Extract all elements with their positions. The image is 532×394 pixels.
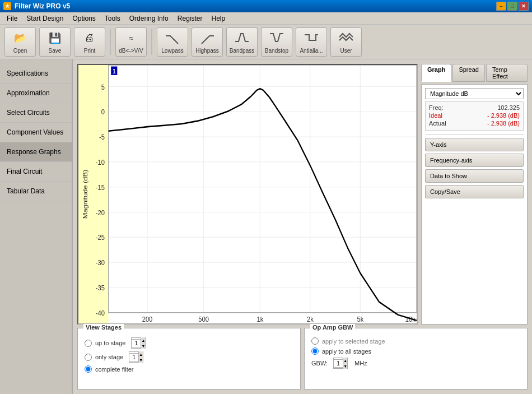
apply-selected-stage-radio[interactable]	[311, 337, 319, 345]
sidebar-item-component-values[interactable]: Component Values	[0, 123, 72, 142]
spinner-2-down[interactable]: ▼	[139, 357, 143, 363]
up-to-stage-row: up to stage 1 ▲ ▼	[85, 337, 293, 349]
op-amp-gbw-title: Op Amp GBW	[310, 324, 355, 331]
toolbar-save[interactable]: 💾 Save	[39, 27, 71, 57]
title-bar: ★ Filter Wiz PRO v5 – □ ✕	[0, 0, 532, 12]
sidebar-item-tabular-data[interactable]: Tabular Data	[0, 182, 72, 201]
tab-graph[interactable]: Graph	[421, 64, 451, 82]
svg-text:500: 500	[198, 316, 209, 323]
minimize-button[interactable]: –	[496, 2, 506, 11]
user-filter-icon	[338, 30, 354, 46]
complete-filter-label: complete filter	[95, 366, 133, 373]
spinner-1-up[interactable]: ▲	[141, 337, 145, 343]
gbw-spinner-down[interactable]: ▼	[343, 363, 347, 369]
menu-help[interactable]: Help	[207, 13, 230, 24]
window-controls: – □ ✕	[496, 2, 529, 11]
graph-type-dropdown[interactable]: Magnitude dB	[425, 88, 524, 99]
frequency-axis-button[interactable]: Frequency-axis	[425, 154, 524, 167]
sidebar-item-response-graphs[interactable]: Response Graphs	[0, 142, 72, 162]
toolbar-db-vv-label: dB<->V/V	[119, 48, 143, 54]
close-button[interactable]: ✕	[519, 2, 529, 11]
svg-text:2k: 2k	[307, 316, 314, 323]
toolbar-db-vv[interactable]: ≈ dB<->V/V	[115, 27, 147, 57]
svg-text:1k: 1k	[256, 316, 264, 323]
svg-text:-25: -25	[96, 234, 105, 242]
sidebar-item-specifications[interactable]: Specifications	[0, 64, 72, 84]
open-icon: 📂	[12, 30, 28, 46]
menu-start-design[interactable]: Start Design	[22, 13, 68, 24]
sidebar-item-approximation[interactable]: Approximation	[0, 84, 72, 103]
highpass-icon	[199, 30, 215, 46]
spinner-1-down[interactable]: ▼	[141, 343, 145, 349]
menu-ordering-info[interactable]: Ordering Info	[125, 13, 173, 24]
svg-text:-15: -15	[96, 183, 105, 192]
apply-all-stages-row: apply to all stages	[311, 347, 520, 355]
graph-type-row: Magnitude dB	[425, 88, 524, 99]
toolbar-highpass[interactable]: Highpass	[192, 27, 223, 57]
gbw-label: GBW:	[311, 360, 328, 367]
complete-filter-row: complete filter	[85, 365, 293, 373]
svg-text:1: 1	[113, 68, 116, 75]
toolbar-bandpass-label: Bandpass	[230, 48, 254, 54]
svg-text:5k: 5k	[357, 316, 364, 323]
ideal-label: Ideal	[429, 112, 442, 119]
tab-bar: Graph Spread Temp Effect	[421, 64, 528, 82]
up-to-stage-radio[interactable]	[85, 340, 92, 347]
data-to-show-button[interactable]: Data to Show	[425, 169, 524, 183]
view-stages-box: View Stages up to stage 1 ▲ ▼	[77, 328, 301, 390]
divider-1	[425, 134, 524, 135]
response-graph: 5 0 -5 -10 -15 -20 -25 -30 -35 -40 200 5…	[78, 65, 417, 323]
bottom-controls: View Stages up to stage 1 ▲ ▼	[77, 328, 528, 390]
lowpass-icon	[165, 30, 180, 46]
gbw-value: 1	[334, 359, 343, 368]
toolbar-lowpass[interactable]: Lowpass	[157, 27, 188, 57]
freq-row: Freq: 102.325	[429, 104, 520, 111]
actual-row: Actual - 2.938 (dB)	[429, 120, 520, 127]
apply-all-stages-label: apply to all stages	[322, 348, 371, 355]
toolbar-open[interactable]: 📂 Open	[4, 27, 36, 57]
menu-options[interactable]: Options	[68, 13, 100, 24]
window-title: Filter Wiz PRO v5	[15, 2, 70, 10]
spinner-2-up[interactable]: ▲	[139, 351, 143, 357]
svg-text:-40: -40	[96, 309, 105, 317]
toolbar-print[interactable]: 🖨 Print	[74, 27, 105, 57]
maximize-button[interactable]: □	[507, 2, 517, 11]
toolbar-save-label: Save	[49, 48, 62, 54]
toolbar-user[interactable]: User	[330, 27, 362, 57]
menu-register[interactable]: Register	[173, 13, 207, 24]
menu-file[interactable]: File	[2, 13, 22, 24]
up-to-stage-label: up to stage	[95, 340, 125, 346]
apply-all-stages-radio[interactable]	[311, 347, 319, 355]
right-panel: Graph Spread Temp Effect Magnitude dB Fr…	[421, 64, 528, 325]
gbw-unit: MHz	[354, 360, 367, 367]
tab-temp-effect[interactable]: Temp Effect	[486, 64, 528, 82]
svg-text:200: 200	[142, 316, 153, 323]
right-panel-content: Magnitude dB Freq: 102.325 Ideal - 2.938…	[421, 84, 528, 325]
toolbar-open-label: Open	[13, 48, 27, 54]
complete-filter-radio[interactable]	[85, 365, 92, 373]
svg-text:5: 5	[101, 83, 105, 91]
svg-rect-0	[78, 65, 417, 323]
toolbar-user-label: User	[340, 48, 352, 54]
tab-spread[interactable]: Spread	[452, 64, 484, 82]
toolbar-antialia-label: Antialia...	[300, 48, 323, 54]
toolbar-bandpass[interactable]: Bandpass	[226, 27, 258, 57]
svg-text:0: 0	[101, 108, 105, 117]
svg-text:-35: -35	[96, 284, 105, 292]
view-stages-title: View Stages	[83, 324, 124, 331]
toolbar-bandstop-label: Bandstop	[265, 48, 288, 54]
toolbar-antialia[interactable]: Antialia...	[296, 27, 327, 57]
content-area: 5 0 -5 -10 -15 -20 -25 -30 -35 -40 200 5…	[73, 59, 532, 394]
copy-save-button[interactable]: Copy/Save	[425, 185, 524, 198]
ideal-row: Ideal - 2.938 (dB)	[429, 112, 520, 119]
menu-tools[interactable]: Tools	[100, 13, 125, 24]
sidebar-item-select-circuits[interactable]: Select Circuits	[0, 103, 72, 123]
gbw-spinner-up[interactable]: ▲	[343, 358, 347, 363]
menu-bar: File Start Design Options Tools Ordering…	[0, 12, 532, 25]
main-layout: Specifications Approximation Select Circ…	[0, 59, 532, 394]
toolbar-bandstop[interactable]: Bandstop	[261, 27, 292, 57]
sidebar-item-final-circuit[interactable]: Final Circuit	[0, 162, 72, 182]
y-axis-button[interactable]: Y-axis	[425, 138, 524, 151]
antialia-icon	[304, 30, 319, 46]
only-stage-radio[interactable]	[85, 354, 92, 361]
